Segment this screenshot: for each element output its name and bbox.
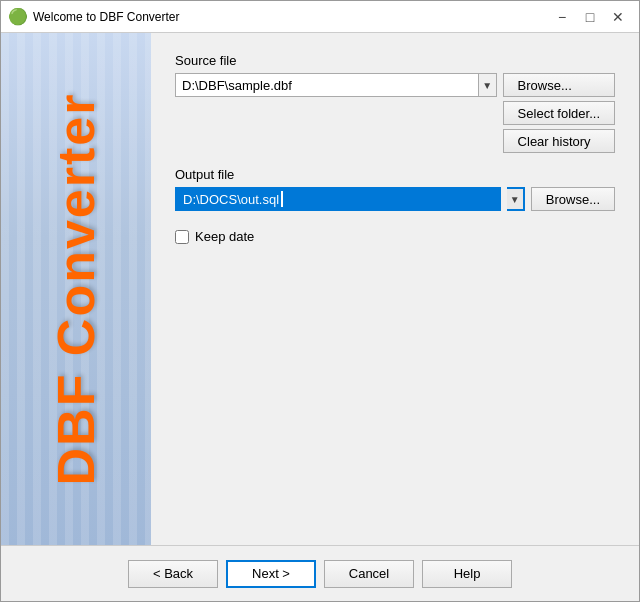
close-button[interactable]: ✕ [605, 6, 631, 28]
sidebar-text: DBF Converter [46, 93, 106, 486]
main-window: 🟢 Welcome to DBF Converter − □ ✕ DBF Con… [0, 0, 640, 602]
title-bar-text: Welcome to DBF Converter [33, 10, 549, 24]
text-cursor [281, 191, 283, 207]
cancel-button[interactable]: Cancel [324, 560, 414, 588]
back-button[interactable]: < Back [128, 560, 218, 588]
select-folder-button[interactable]: Select folder... [503, 101, 615, 125]
source-file-row: D:\DBF\sample.dbf ▼ Browse... Select fol… [175, 73, 615, 153]
output-file-dropdown-arrow[interactable]: ▼ [507, 187, 525, 211]
minimize-button[interactable]: − [549, 6, 575, 28]
source-file-group: Source file D:\DBF\sample.dbf ▼ Browse..… [175, 53, 615, 153]
source-buttons: Browse... Select folder... Clear history [503, 73, 615, 153]
next-button[interactable]: Next > [226, 560, 316, 588]
spacer [175, 258, 615, 525]
main-panel: Source file D:\DBF\sample.dbf ▼ Browse..… [151, 33, 639, 545]
clear-history-button[interactable]: Clear history [503, 129, 615, 153]
keep-date-checkbox[interactable] [175, 230, 189, 244]
output-file-label: Output file [175, 167, 615, 182]
source-browse-button[interactable]: Browse... [503, 73, 615, 97]
source-file-value: D:\DBF\sample.dbf [182, 78, 292, 93]
source-file-label: Source file [175, 53, 615, 68]
output-browse-button[interactable]: Browse... [531, 187, 615, 211]
output-file-group: Output file D:\DOCS\out.sql ▼ Browse... [175, 167, 615, 211]
help-button[interactable]: Help [422, 560, 512, 588]
sidebar: DBF Converter [1, 33, 151, 545]
keep-date-label[interactable]: Keep date [195, 229, 254, 244]
output-file-value: D:\DOCS\out.sql [183, 192, 279, 207]
source-file-combo[interactable]: D:\DBF\sample.dbf [175, 73, 479, 97]
footer: < Back Next > Cancel Help [1, 545, 639, 601]
app-icon: 🟢 [9, 8, 27, 26]
title-bar: 🟢 Welcome to DBF Converter − □ ✕ [1, 1, 639, 33]
keep-date-row: Keep date [175, 229, 615, 244]
title-bar-controls: − □ ✕ [549, 6, 631, 28]
maximize-button[interactable]: □ [577, 6, 603, 28]
content-area: DBF Converter Source file D:\DBF\sample.… [1, 33, 639, 545]
output-file-row: D:\DOCS\out.sql ▼ Browse... [175, 187, 615, 211]
source-file-dropdown-arrow[interactable]: ▼ [479, 73, 497, 97]
output-file-combo[interactable]: D:\DOCS\out.sql [175, 187, 501, 211]
